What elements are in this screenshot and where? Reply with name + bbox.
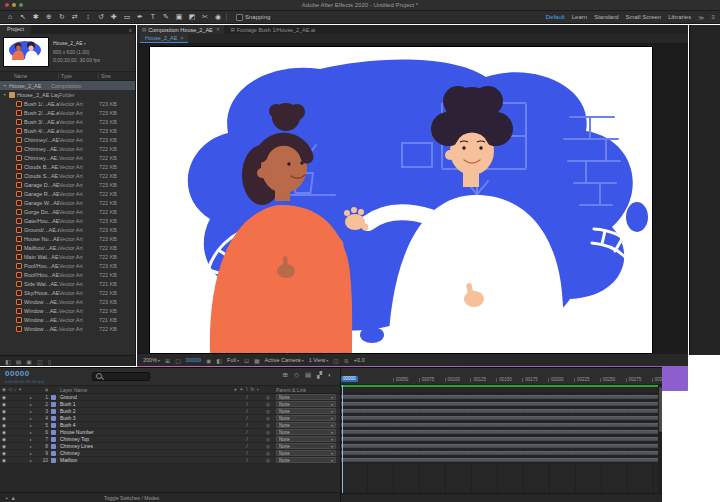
project-item[interactable]: Clouds S...AE.aiVector Art722 KB <box>0 171 135 180</box>
layer-duration-bar[interactable] <box>341 444 658 448</box>
project-item[interactable]: Ground/...AE.aiVector Art723 KB <box>0 225 135 234</box>
column-header-layer-name[interactable]: Layer Name <box>57 387 228 393</box>
video-toggle-icon[interactable]: ◉ <box>0 451 8 456</box>
timeline-layer-row[interactable]: ◉▸7Chimney Top/◎None▾ <box>0 436 340 443</box>
parent-dropdown[interactable]: None▾ <box>276 436 336 442</box>
exposure-display[interactable]: +0.0 <box>354 357 365 363</box>
project-item[interactable]: Garage D...AE.aiVector Art723 KB <box>0 180 135 189</box>
zoom-out-icon[interactable]: ▲ <box>5 496 8 500</box>
timeline-layer-row[interactable]: ◉▸5Bush 4/◎None▾ <box>0 422 340 429</box>
quality-switch-icon[interactable]: / <box>228 443 266 449</box>
quality-switch-icon[interactable]: / <box>228 450 266 456</box>
parent-pickwhip-icon[interactable]: ◎ <box>266 416 276 421</box>
parent-pickwhip-icon[interactable]: ◎ <box>266 451 276 456</box>
current-time-indicator[interactable] <box>342 385 343 493</box>
video-toggle-icon[interactable]: ◉ <box>0 437 8 442</box>
project-item[interactable]: Clouds B...AE.aiVector Art722 KB <box>0 162 135 171</box>
project-item[interactable]: Window ...AE.aiVector Art722 KB <box>0 306 135 315</box>
frame-blending-icon[interactable]: ▞ <box>317 371 322 379</box>
hand-tool[interactable]: ✱ <box>31 11 41 23</box>
layer-name[interactable]: Chimney Top <box>56 436 228 442</box>
roto-brush-tool[interactable]: ✂ <box>200 11 210 23</box>
parent-dropdown[interactable]: None▾ <box>276 408 336 414</box>
parent-dropdown[interactable]: None▾ <box>276 443 336 449</box>
project-item[interactable]: Roof/Hou...AE.aiVector Art722 KB <box>0 270 135 279</box>
parent-pickwhip-icon[interactable]: ◎ <box>266 444 276 449</box>
twirl-icon[interactable]: ▸ <box>30 416 38 421</box>
video-toggle-icon[interactable]: ◉ <box>0 409 8 414</box>
layer-duration-bar[interactable] <box>341 395 658 399</box>
magnification-menu[interactable]: 200%▾ <box>143 357 160 363</box>
project-item[interactable]: Window ...AE.aiVector Art722 KB <box>0 324 135 333</box>
parent-dropdown[interactable]: None▾ <box>276 401 336 407</box>
layer-duration-bar[interactable] <box>341 416 658 420</box>
video-toggle-icon[interactable]: ◉ <box>0 458 8 463</box>
timeline-track-row[interactable] <box>341 408 658 415</box>
workspace-tab-default[interactable]: Default <box>546 14 565 20</box>
delete-icon[interactable]: ▯ <box>48 358 51 365</box>
layer-name[interactable]: Mailbox <box>56 457 228 463</box>
layer-name[interactable]: Ground <box>56 394 228 400</box>
parent-pickwhip-icon[interactable]: ◎ <box>266 423 276 428</box>
layer-name[interactable]: Bush 2 <box>56 408 228 414</box>
project-item[interactable]: Sky/Hous...AE.aiVector Art722 KB <box>0 288 135 297</box>
column-header-size[interactable]: Size <box>98 73 135 79</box>
column-header-type[interactable]: Type <box>58 73 98 79</box>
orbit-camera-tool[interactable]: ↻ <box>57 11 67 23</box>
panel-tab[interactable]: ▤Footage Bush 1/House_2_AE.ai <box>225 25 320 34</box>
pan-camera-tool[interactable]: ⇄ <box>70 11 80 23</box>
parent-dropdown[interactable]: None▾ <box>276 457 336 463</box>
timeline-layer-row[interactable]: ◉▸4Bush 3/◎None▾ <box>0 415 340 422</box>
toggle-switches-modes-button[interactable]: Toggle Switches / Modes <box>104 495 159 501</box>
puppet-pin-tool[interactable]: ◉ <box>213 11 223 23</box>
dolly-camera-tool[interactable]: ↕ <box>83 11 93 23</box>
viewer-tab-house-2-ae[interactable]: House_2_AE × <box>140 34 188 43</box>
current-time-display[interactable]: 00000 <box>5 369 30 378</box>
scrollbar-thumb[interactable] <box>659 387 662 432</box>
project-item[interactable]: Gate/Hou...AE.aiVector Art723 KB <box>0 216 135 225</box>
layer-duration-bar[interactable] <box>341 409 658 413</box>
rotation-tool[interactable]: ↺ <box>96 11 106 23</box>
twirl-icon[interactable]: ▸ <box>30 395 38 400</box>
project-item[interactable]: Window ...AE.aiVector Art721 KB <box>0 315 135 324</box>
motion-blur-icon[interactable]: ◐ <box>328 371 332 379</box>
layer-duration-bar[interactable] <box>341 458 658 462</box>
zoom-tool[interactable]: ⊕ <box>44 11 54 23</box>
twirl-icon[interactable]: ▸ <box>30 451 38 456</box>
quality-switch-icon[interactable]: / <box>228 408 266 414</box>
project-item[interactable]: Bush 4/...AE.aiVector Art723 KB <box>0 126 135 135</box>
video-toggle-icon[interactable]: ◉ <box>0 402 8 407</box>
composition-canvas[interactable] <box>150 47 652 353</box>
timeline-layer-row[interactable]: ◉▸2Bush 1/◎None▾ <box>0 401 340 408</box>
region-of-interest-icon[interactable]: ⊡ <box>244 357 249 364</box>
hide-shy-layers-icon[interactable]: ▤ <box>305 371 311 379</box>
type-tool[interactable]: T <box>148 11 158 23</box>
home-tool[interactable]: ⌂ <box>5 11 15 23</box>
camera-menu[interactable]: Active Camera▾ <box>265 357 304 363</box>
twirl-icon[interactable]: ▸ <box>30 402 38 407</box>
view-layout-menu[interactable]: 1 View▾ <box>309 357 328 363</box>
color-depth-icon[interactable]: ◫ <box>37 358 43 365</box>
timeline-layer-row[interactable]: ◉▸9Chimney/◎None▾ <box>0 450 340 457</box>
timeline-search-input[interactable] <box>104 372 146 380</box>
layer-duration-bar[interactable] <box>341 430 658 434</box>
column-header-parent-link[interactable]: Parent & Link <box>276 387 340 393</box>
project-item[interactable]: Pool/Hou...AE.aiVector Art723 KB <box>0 261 135 270</box>
project-item[interactable]: Bush 2/...AE.aiVector Art723 KB <box>0 108 135 117</box>
quality-switch-icon[interactable]: / <box>228 401 266 407</box>
project-item[interactable]: Chimney/...AE.aiVector Art723 KB <box>0 135 135 144</box>
video-toggle-icon[interactable]: ◉ <box>0 430 8 435</box>
interpret-footage-icon[interactable]: ◧ <box>5 358 11 365</box>
timeline-track-row[interactable] <box>341 415 658 422</box>
new-folder-icon[interactable]: ▤ <box>16 358 22 365</box>
twirl-icon[interactable]: ▸ <box>30 444 38 449</box>
project-item[interactable]: ▼House_2_AEComposition <box>0 81 135 90</box>
close-button[interactable] <box>5 3 9 7</box>
quality-switch-icon[interactable]: / <box>228 436 266 442</box>
zoom-button[interactable] <box>19 3 23 7</box>
zoom-in-icon[interactable]: ▲ <box>10 495 15 501</box>
project-item[interactable]: Garage R...AE.aiVector Art722 KB <box>0 189 135 198</box>
quality-switch-icon[interactable]: / <box>228 429 266 435</box>
timeline-track-row[interactable] <box>341 457 658 464</box>
video-toggle-icon[interactable]: ◉ <box>0 444 8 449</box>
